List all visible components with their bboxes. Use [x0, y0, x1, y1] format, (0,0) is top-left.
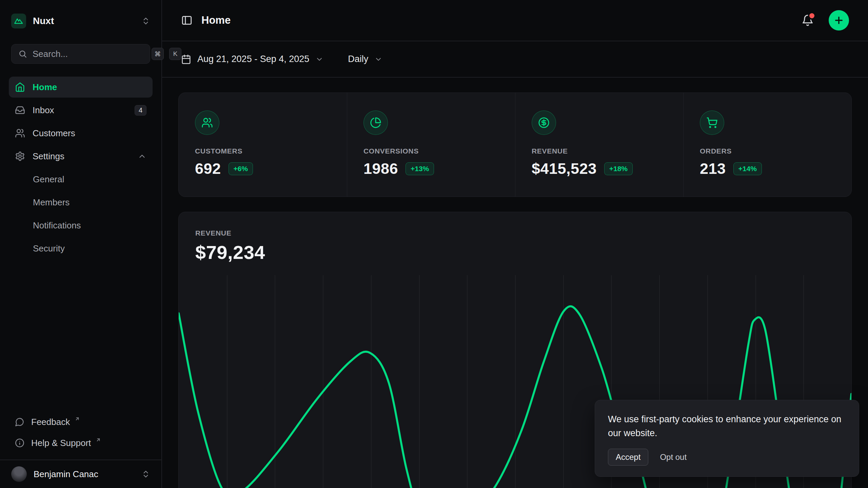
sidebar-item-label: Customers	[33, 128, 75, 139]
sidebar-item-customers[interactable]: Customers	[9, 123, 153, 144]
gear-icon	[15, 151, 25, 161]
revenue-chart-value: $79,234	[195, 241, 835, 263]
sidebar-item-security[interactable]: Security	[9, 238, 153, 259]
cart-icon	[700, 110, 724, 135]
chevrons-up-down-icon	[141, 470, 150, 479]
dollar-circle-icon	[532, 110, 556, 135]
filter-bar: Aug 21, 2025 - Sep 4, 2025 Daily	[162, 41, 868, 78]
external-link-icon	[96, 437, 101, 443]
external-link-icon	[75, 416, 80, 422]
sidebar-toggle-icon[interactable]	[181, 15, 193, 26]
notifications-button[interactable]	[802, 14, 814, 26]
stats-card: CUSTOMERS 692 +6% CONVERSIONS 1986 +13%	[178, 93, 852, 197]
search-box[interactable]: ⌘ K	[11, 44, 150, 64]
sidebar-item-notifications[interactable]: Notifications	[9, 215, 153, 236]
header-actions	[802, 10, 849, 30]
revenue-chart-label: REVENUE	[195, 229, 835, 237]
stat-value: 213	[700, 160, 726, 178]
calendar-icon	[181, 54, 191, 64]
customers-icon	[195, 110, 219, 135]
footer-link-label: Help & Support	[31, 438, 91, 448]
chevron-down-icon	[315, 55, 323, 63]
stat-revenue[interactable]: REVENUE $415,523 +18%	[515, 93, 683, 197]
sidebar-item-label: Home	[33, 82, 57, 93]
nuxt-logo-icon	[11, 14, 26, 28]
stat-label: ORDERS	[700, 147, 835, 155]
user-name: Benjamin Canac	[34, 469, 98, 480]
granularity-select[interactable]: Daily	[348, 54, 382, 64]
main-header: Home	[162, 0, 868, 41]
sub-item-label: Members	[33, 197, 70, 208]
page-title: Home	[201, 14, 231, 26]
sidebar-item-members[interactable]: Members	[9, 192, 153, 213]
feedback-link[interactable]: Feedback	[9, 411, 153, 432]
date-range-label: Aug 21, 2025 - Sep 4, 2025	[197, 54, 309, 64]
date-range-picker[interactable]: Aug 21, 2025 - Sep 4, 2025	[181, 54, 323, 64]
sidebar-item-label: Settings	[33, 151, 64, 162]
chevron-up-icon	[138, 152, 146, 161]
workspace-switcher[interactable]: Nuxt	[0, 0, 161, 28]
sidebar-item-general[interactable]: General	[9, 169, 153, 190]
help-support-link[interactable]: Help & Support	[9, 432, 153, 453]
user-menu[interactable]: Benjamin Canac	[0, 460, 161, 488]
cookie-banner: We use first-party cookies to enhance yo…	[595, 400, 859, 477]
notification-dot	[809, 13, 814, 18]
stat-delta-badge: +13%	[406, 162, 434, 175]
stat-value: $415,523	[532, 160, 597, 178]
stat-delta-badge: +14%	[733, 162, 762, 175]
stat-customers[interactable]: CUSTOMERS 692 +6%	[179, 93, 347, 197]
sidebar-item-label: Inbox	[33, 105, 54, 116]
chevron-down-icon	[374, 55, 382, 63]
footer-link-label: Feedback	[31, 417, 70, 427]
add-button[interactable]	[829, 10, 849, 30]
stat-value: 1986	[363, 160, 398, 178]
stat-value: 692	[195, 160, 221, 178]
inbox-icon	[15, 105, 25, 115]
inbox-count-badge: 4	[135, 105, 146, 116]
search-input[interactable]	[33, 49, 146, 59]
sub-item-label: Notifications	[33, 220, 81, 231]
stat-label: REVENUE	[532, 147, 667, 155]
stat-label: CONVERSIONS	[363, 147, 499, 155]
optout-cookies-button[interactable]: Opt out	[660, 452, 687, 462]
stat-conversions[interactable]: CONVERSIONS 1986 +13%	[347, 93, 515, 197]
sidebar-spacer	[0, 259, 161, 411]
cookie-message: We use first-party cookies to enhance yo…	[608, 412, 846, 440]
search-icon	[18, 49, 27, 58]
workspace-name: Nuxt	[33, 16, 54, 26]
chevrons-up-down-icon	[141, 17, 150, 25]
sidebar-item-home[interactable]: Home	[9, 77, 153, 98]
sidebar-item-settings[interactable]: Settings	[9, 146, 153, 167]
chat-bubble-icon	[15, 417, 24, 427]
stat-orders[interactable]: ORDERS 213 +14%	[683, 93, 851, 197]
sub-item-label: Security	[33, 243, 65, 254]
granularity-label: Daily	[348, 54, 368, 64]
pie-chart-icon	[363, 110, 388, 135]
avatar	[11, 466, 27, 482]
stat-delta-badge: +18%	[604, 162, 633, 175]
sidebar: Nuxt ⌘ K Home Inbox 4	[0, 0, 162, 488]
sidebar-item-inbox[interactable]: Inbox 4	[9, 100, 153, 121]
plus-icon	[833, 15, 844, 26]
sidebar-nav: Home Inbox 4 Customers Settings General	[0, 77, 161, 259]
stat-label: CUSTOMERS	[195, 147, 331, 155]
sub-item-label: General	[33, 174, 64, 185]
help-circle-icon	[15, 438, 24, 448]
home-icon	[15, 82, 25, 92]
accept-cookies-button[interactable]: Accept	[608, 449, 648, 466]
users-icon	[15, 128, 25, 138]
sidebar-footer: Feedback Help & Support	[0, 411, 161, 460]
stat-delta-badge: +6%	[229, 162, 253, 175]
